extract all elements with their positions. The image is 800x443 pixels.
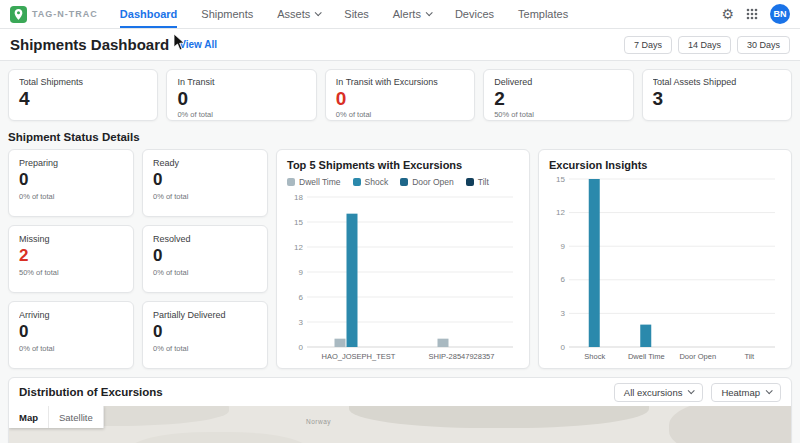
status-card-ready: Ready 0 0% of total	[142, 149, 268, 217]
brand-logo-icon	[10, 6, 27, 23]
svg-text:HAO_JOSEPH_TEST: HAO_JOSEPH_TEST	[322, 352, 396, 361]
apps-grid-icon[interactable]	[746, 8, 758, 20]
brand[interactable]: TAG-N-TRAC	[10, 0, 98, 28]
status-card-missing: Missing 2 50% of total	[8, 225, 134, 293]
range-7days-button[interactable]: 7 Days	[624, 36, 672, 54]
status-card-partially-delivered: Partially Delivered 0 0% of total	[142, 301, 268, 369]
svg-text:3: 3	[561, 309, 566, 318]
map-landmass	[349, 406, 649, 428]
svg-text:0: 0	[561, 343, 566, 352]
chevron-down-icon	[766, 387, 773, 394]
legend-swatch	[400, 178, 408, 186]
map-tab-satellite[interactable]: Satellite	[49, 406, 104, 428]
nav-item-label: Devices	[455, 8, 494, 20]
range-buttons: 7 Days 14 Days 30 Days	[624, 36, 790, 54]
legend-item[interactable]: Door Open	[400, 177, 454, 187]
chevron-down-icon	[315, 9, 322, 16]
svg-text:12: 12	[556, 208, 565, 217]
svg-text:15: 15	[556, 175, 565, 184]
legend-item[interactable]: Dwell Time	[287, 177, 341, 187]
svg-text:Tilt: Tilt	[744, 352, 755, 361]
nav-item-assets[interactable]: Assets	[277, 0, 320, 28]
status-label: Ready	[153, 158, 257, 168]
svg-text:SHIP-28547928357: SHIP-28547928357	[429, 352, 495, 361]
nav-item-sites[interactable]: Sites	[344, 0, 368, 28]
avatar[interactable]: BN	[770, 4, 790, 24]
stat-sub: 50% of total	[494, 110, 622, 119]
bar-chart-svg: 0369121518HAO_JOSEPH_TESTSHIP-2854792835…	[287, 189, 519, 362]
stat-card-total-assets: Total Assets Shipped 3	[642, 69, 792, 121]
svg-text:Dwell Time: Dwell Time	[628, 352, 665, 361]
range-30days-button[interactable]: 30 Days	[737, 36, 790, 54]
nav-item-label: Alerts	[393, 8, 421, 20]
distribution-controls: All excursions Heatmap	[614, 383, 781, 402]
nav-item-label: Sites	[344, 8, 368, 20]
status-value: 0	[153, 323, 257, 340]
nav-item-label: Templates	[518, 8, 568, 20]
status-card-resolved: Resolved 0 0% of total	[142, 225, 268, 293]
stat-label: In Transit	[177, 77, 305, 87]
top5-excursions-chart-card: Top 5 Shipments with Excursions Dwell Ti…	[276, 149, 530, 369]
stat-card-in-transit: In Transit 0 0% of total	[166, 69, 316, 121]
status-value: 0	[153, 247, 257, 264]
excursion-insights-chart-card: Excursion Insights 03691215ShockDwell Ti…	[538, 149, 792, 369]
legend-item[interactable]: Tilt	[466, 177, 489, 187]
stat-label: Total Assets Shipped	[653, 77, 781, 87]
stat-value: 0	[336, 89, 464, 109]
stat-card-delivered: Delivered 2 50% of total	[483, 69, 633, 121]
status-value: 0	[19, 171, 123, 188]
nav-item-devices[interactable]: Devices	[455, 0, 494, 28]
gear-icon[interactable]: ⚙	[721, 7, 734, 21]
status-label: Arriving	[19, 310, 123, 320]
status-value: 2	[19, 247, 123, 264]
svg-text:18: 18	[294, 193, 303, 202]
svg-text:0: 0	[299, 343, 304, 352]
stat-value: 0	[177, 89, 305, 109]
map-country-label: Norway	[306, 418, 331, 425]
nav-item-dashboard[interactable]: Dashboard	[120, 0, 177, 28]
status-label: Resolved	[153, 234, 257, 244]
status-value: 0	[153, 171, 257, 188]
view-all-link[interactable]: View All	[179, 39, 217, 50]
svg-text:12: 12	[294, 243, 303, 252]
nav-item-label: Dashboard	[120, 8, 177, 20]
stat-sub: 0% of total	[336, 110, 464, 119]
svg-text:15: 15	[294, 218, 303, 227]
map-landmass	[669, 406, 791, 443]
stat-card-total-shipments: Total Shipments 4	[8, 69, 158, 121]
chart-title: Top 5 Shipments with Excursions	[287, 159, 519, 171]
nav-right: ⚙ BN	[721, 0, 790, 28]
svg-text:Shock: Shock	[584, 352, 605, 361]
map-view-mode-dropdown[interactable]: Heatmap	[711, 383, 781, 402]
excursion-filter-dropdown[interactable]: All excursions	[614, 383, 704, 402]
status-label: Partially Delivered	[153, 310, 257, 320]
distribution-header: Distribution of Excursions All excursion…	[9, 378, 791, 406]
page-title: Shipments Dashboard	[10, 36, 169, 53]
nav-item-templates[interactable]: Templates	[518, 0, 568, 28]
chart-title: Excursion Insights	[549, 159, 781, 171]
svg-text:Door Open: Door Open	[679, 352, 716, 361]
svg-text:3: 3	[299, 318, 304, 327]
map-view-mode-label: Heatmap	[721, 387, 760, 398]
main-grid: Preparing 0 0% of total Ready 0 0% of to…	[8, 149, 792, 369]
range-14days-button[interactable]: 14 Days	[678, 36, 731, 54]
map-tab-map[interactable]: Map	[9, 406, 49, 428]
stat-sub: 0% of total	[177, 110, 305, 119]
top-nav: TAG-N-TRAC Dashboard Shipments Assets Si…	[0, 0, 800, 29]
legend-item[interactable]: Shock	[353, 177, 389, 187]
nav-item-shipments[interactable]: Shipments	[201, 0, 253, 28]
svg-text:9: 9	[299, 268, 304, 277]
section-title-status-details: Shipment Status Details	[8, 131, 792, 143]
status-sub: 50% of total	[19, 268, 123, 277]
chevron-down-icon	[426, 9, 433, 16]
content: Total Shipments 4 In Transit 0 0% of tot…	[0, 61, 800, 443]
svg-text:6: 6	[561, 275, 566, 284]
excursion-insights-chart-plot: 03691215ShockDwell TimeDoor OpenTilt	[549, 171, 781, 362]
status-grid: Preparing 0 0% of total Ready 0 0% of to…	[8, 149, 268, 369]
nav-item-alerts[interactable]: Alerts	[393, 0, 431, 28]
stat-card-in-transit-excursions: In Transit with Excursions 0 0% of total	[325, 69, 475, 121]
map-canvas[interactable]: Norway Map Satellite	[9, 406, 791, 443]
status-sub: 0% of total	[153, 192, 257, 201]
svg-text:6: 6	[299, 293, 304, 302]
legend-swatch	[287, 178, 295, 186]
